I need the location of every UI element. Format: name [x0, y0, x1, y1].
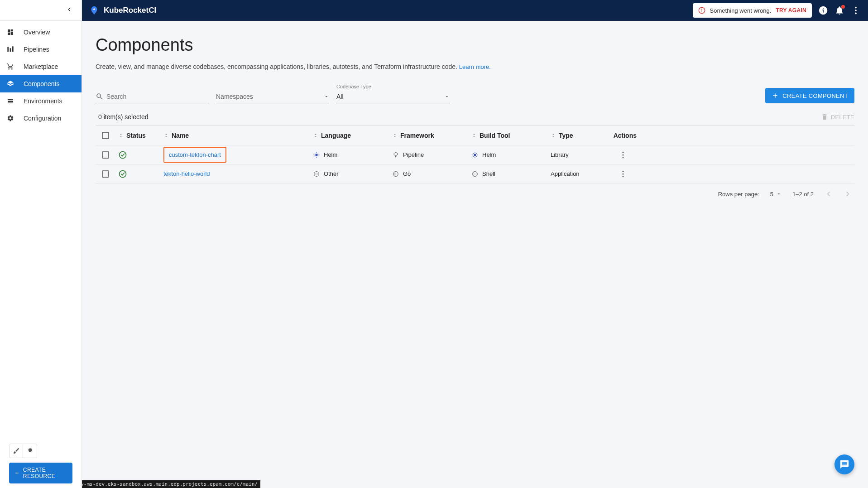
codebase-type-label: Codebase Type [336, 84, 450, 89]
select-all-checkbox[interactable] [102, 132, 109, 139]
other-icon [313, 170, 320, 178]
notification-dot [841, 5, 845, 9]
try-again-button[interactable]: TRY AGAIN [776, 7, 806, 14]
svg-point-21 [623, 154, 624, 155]
codebase-type-select[interactable]: All [336, 90, 450, 103]
status-ok-icon [118, 169, 127, 179]
rows-per-page-select[interactable]: 5 [770, 191, 782, 198]
svg-point-35 [476, 174, 476, 174]
tool-icon-2[interactable] [23, 444, 37, 458]
sidebar-item-environments[interactable]: Environments [0, 92, 82, 110]
status-cell [118, 150, 163, 159]
col-name[interactable]: Name [163, 132, 313, 139]
error-alert: Something went wrong. TRY AGAIN [693, 3, 812, 18]
chevron-left-icon [66, 6, 72, 13]
svg-rect-8 [8, 101, 13, 102]
framework-cell: Go [392, 170, 471, 178]
page-title: Components [96, 35, 854, 55]
namespaces-label: Namespaces [216, 93, 253, 100]
svg-point-19 [474, 154, 476, 156]
table-row: tekton-hello-world Other Go Shell Applic… [96, 164, 854, 184]
rocket-icon [89, 5, 99, 15]
environments-icon [6, 97, 14, 105]
alert-text: Something went wrong. [710, 7, 772, 14]
row-checkbox[interactable] [102, 151, 109, 159]
status-ok-icon [118, 150, 127, 159]
sort-icon [163, 133, 169, 138]
sidebar-item-label: Configuration [24, 115, 61, 122]
learn-more-link[interactable]: Learn more. [459, 63, 491, 70]
col-language[interactable]: Language [313, 132, 392, 139]
codebase-type-field: Codebase Type All [336, 84, 450, 103]
sidebar-item-overview[interactable]: Overview [0, 24, 82, 41]
svg-point-22 [623, 157, 624, 158]
tool-icon-1[interactable] [10, 444, 23, 458]
search-input[interactable] [96, 90, 209, 103]
component-link[interactable]: custom-tekton-chart [169, 151, 221, 158]
sidebar-item-components[interactable]: Components [0, 75, 82, 92]
more-vert-icon [851, 5, 861, 15]
svg-point-37 [623, 173, 624, 174]
rows-per-page-label: Rows per page: [718, 191, 759, 198]
chat-fab[interactable] [834, 454, 854, 474]
brand[interactable]: KubeRocketCI [89, 5, 156, 15]
row-checkbox[interactable] [102, 170, 109, 178]
row-actions-button[interactable] [619, 150, 628, 159]
selection-bar: 0 item(s) selected DELETE [96, 113, 854, 121]
namespaces-select[interactable]: Namespaces [216, 90, 329, 103]
brand-label: KubeRocketCI [104, 6, 156, 15]
create-component-button[interactable]: CREATE COMPONENT [765, 88, 854, 103]
error-icon [698, 7, 705, 14]
info-icon [818, 5, 828, 15]
pagination: Rows per page: 5 1–2 of 2 [96, 184, 854, 204]
sidebar-item-configuration[interactable]: Configuration [0, 110, 82, 127]
language-cell: Other [313, 170, 392, 178]
brush-icon [13, 447, 20, 454]
components-table: Status Name Language Framework Build Too… [96, 125, 854, 184]
row-actions-button[interactable] [619, 169, 628, 179]
trash-icon [821, 113, 828, 121]
more-menu-button[interactable] [851, 5, 861, 15]
svg-rect-2 [11, 32, 13, 35]
collapse-sidebar-button[interactable] [66, 6, 72, 14]
component-link[interactable]: tekton-hello-world [163, 170, 210, 177]
svg-rect-3 [8, 33, 10, 35]
col-status[interactable]: Status [118, 132, 163, 139]
col-type[interactable]: Type [551, 132, 609, 139]
sidebar-footer: CREATE RESOURCE [0, 439, 82, 488]
sort-icon [313, 133, 318, 138]
settings-small-icon [26, 447, 34, 454]
sidebar-item-marketplace[interactable]: Marketplace [0, 58, 82, 75]
svg-point-18 [395, 156, 397, 157]
helm-icon [471, 151, 479, 159]
buildtool-cell: Helm [471, 151, 551, 159]
search-icon [96, 92, 104, 102]
pipeline-icon [392, 151, 399, 159]
sort-icon [471, 133, 477, 138]
notifications-button[interactable] [834, 5, 844, 15]
svg-rect-9 [8, 102, 13, 103]
delete-button[interactable]: DELETE [821, 113, 854, 121]
caret-down-icon [324, 94, 329, 99]
table-header: Status Name Language Framework Build Too… [96, 126, 854, 145]
delete-label: DELETE [831, 114, 854, 121]
prev-page-button[interactable] [825, 190, 833, 198]
name-cell: tekton-hello-world [163, 170, 313, 177]
svg-point-20 [623, 151, 624, 153]
table-row: custom-tekton-chart Helm Pipeline Helm L… [96, 145, 854, 164]
svg-rect-4 [7, 47, 9, 52]
svg-rect-7 [8, 99, 13, 100]
svg-point-16 [120, 151, 126, 158]
info-button[interactable] [818, 5, 828, 15]
sidebar-item-pipelines[interactable]: Pipelines [0, 41, 82, 58]
search-field-wrap [96, 90, 209, 103]
col-build-tool[interactable]: Build Tool [471, 132, 551, 139]
col-framework[interactable]: Framework [392, 132, 471, 139]
next-page-button[interactable] [844, 190, 852, 198]
svg-point-23 [120, 170, 126, 177]
svg-rect-1 [11, 29, 13, 31]
svg-point-31 [397, 174, 397, 174]
plus-icon [772, 92, 779, 99]
sidebar-nav: Overview Pipelines Marketplace Component… [0, 21, 82, 127]
create-resource-button[interactable]: CREATE RESOURCE [9, 463, 72, 483]
